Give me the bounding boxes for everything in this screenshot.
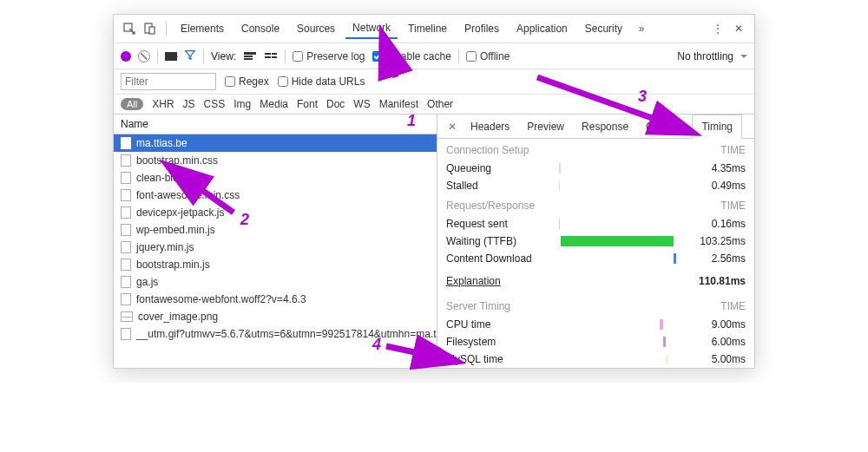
- svg-line-13: [386, 346, 455, 361]
- svg-line-11: [169, 167, 233, 213]
- annotation-3: 3: [638, 88, 647, 106]
- svg-line-12: [537, 77, 691, 132]
- devtools-panel: ElementsConsoleSourcesNetworkTimelinePro…: [113, 14, 755, 369]
- annotation-2: 2: [240, 211, 249, 229]
- annotation-4: 4: [372, 336, 381, 354]
- svg-line-10: [383, 36, 396, 77]
- annotation-overlay: [114, 15, 756, 383]
- annotation-1: 1: [407, 112, 416, 130]
